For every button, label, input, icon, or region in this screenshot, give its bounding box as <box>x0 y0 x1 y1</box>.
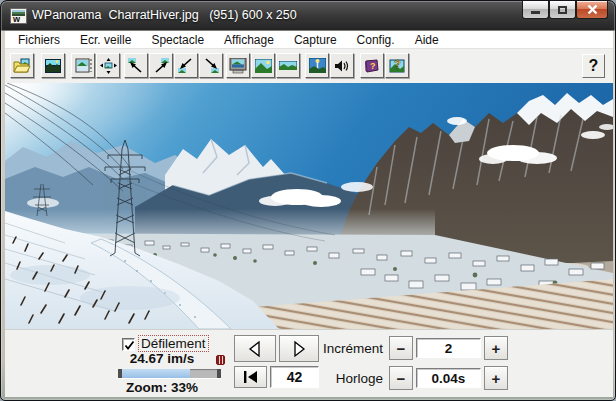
wpanorama-window: w WPanorama CharratHiver.jpg (951) 600 x… <box>0 0 616 401</box>
mast-image-button[interactable] <box>305 53 329 78</box>
speed-slider[interactable] <box>118 369 221 378</box>
menu-affichage[interactable]: Affichage <box>214 32 284 48</box>
window-image-button[interactable] <box>71 53 95 78</box>
horloge-plus-button[interactable]: + <box>484 366 508 390</box>
defilement-checkbox[interactable] <box>122 338 135 351</box>
horloge-minus-button[interactable]: − <box>389 366 413 390</box>
skip-to-start-button[interactable] <box>234 366 267 388</box>
svg-text:?: ? <box>394 58 401 70</box>
scroll-up-right-button[interactable] <box>149 53 173 78</box>
speaker-icon <box>334 59 350 73</box>
menu-spectacle[interactable]: Spectacle <box>141 32 214 48</box>
pan-arrows-button[interactable] <box>96 53 120 78</box>
about-image-icon: ? <box>389 58 405 73</box>
close-icon <box>587 4 598 15</box>
monitor-image-icon <box>229 58 247 74</box>
defilement-label[interactable]: Défilement <box>139 336 208 351</box>
maximize-button[interactable] <box>549 1 576 19</box>
svg-text:?: ? <box>370 61 376 71</box>
panorama-strip-button[interactable] <box>276 53 300 78</box>
scroll-down-right-icon <box>203 58 219 73</box>
open-image-icon <box>13 58 31 74</box>
maximize-icon <box>558 6 567 14</box>
panorama-strip-icon <box>279 61 297 70</box>
menu-aide[interactable]: Aide <box>405 32 449 48</box>
app-icon: w <box>10 8 27 24</box>
busy-indicator-icon <box>216 355 225 365</box>
increment-label: Incrément <box>303 341 383 356</box>
slider-fill <box>122 369 190 378</box>
pan-arrows-icon <box>100 58 117 74</box>
horloge-label: Horloge <box>303 371 383 386</box>
screensaver-icon <box>45 59 61 73</box>
menu-config[interactable]: Config. <box>347 32 405 48</box>
help-book-button[interactable]: ? <box>360 53 384 78</box>
scroll-up-right-icon <box>153 58 169 73</box>
fps-readout: 24.67 im/s <box>115 351 209 366</box>
close-button[interactable] <box>576 1 608 19</box>
window-image-icon <box>75 58 92 73</box>
minimize-icon <box>531 11 540 14</box>
scroll-down-right-button[interactable] <box>199 53 223 78</box>
increment-value: 2 <box>416 338 481 358</box>
scroll-up-left-button[interactable] <box>124 53 148 78</box>
menu-ecr-veille[interactable]: Ecr. veille <box>70 32 141 48</box>
title-bar[interactable]: w WPanorama CharratHiver.jpg (951) 600 x… <box>1 1 615 31</box>
monitor-image-button[interactable] <box>226 53 250 78</box>
slider-right-cap <box>217 369 221 378</box>
increment-minus-button[interactable]: − <box>389 336 413 360</box>
horloge-value: 0.04s <box>416 368 481 388</box>
screensaver-button[interactable] <box>41 53 65 78</box>
panorama-image <box>5 83 613 329</box>
zoom-readout: Zoom: 33% <box>115 380 209 395</box>
scroll-up-left-icon <box>128 58 144 73</box>
open-image-button[interactable] <box>10 53 34 78</box>
fullscreen-image-icon <box>255 59 272 73</box>
panorama-viewport[interactable] <box>5 83 613 329</box>
menu-capture[interactable]: Capture <box>284 32 347 48</box>
scroll-down-left-button[interactable] <box>174 53 198 78</box>
mast-image-icon <box>309 58 326 73</box>
speaker-button[interactable] <box>330 53 354 78</box>
help-button[interactable]: ? <box>582 54 605 78</box>
menu-bar: Fichiers Ecr. veille Spectacle Affichage… <box>5 31 613 49</box>
help-book-icon: ? <box>364 59 380 73</box>
scroll-left-button[interactable] <box>234 335 276 362</box>
skip-to-start-icon <box>242 370 259 384</box>
control-panel: Défilement 24.67 im/s Zoom: 33% 42 Inc <box>5 329 613 397</box>
fullscreen-image-button[interactable] <box>251 53 275 78</box>
increment-plus-button[interactable]: + <box>484 336 508 360</box>
left-triangle-icon <box>247 340 263 358</box>
scroll-down-left-icon <box>178 58 194 73</box>
window-title: WPanorama CharratHiver.jpg (951) 600 x 2… <box>32 8 297 22</box>
about-image-button[interactable]: ? <box>385 53 409 78</box>
toolbar: ? ? ? <box>5 49 613 83</box>
minimize-button[interactable] <box>522 1 549 19</box>
menu-fichiers[interactable]: Fichiers <box>8 32 70 48</box>
